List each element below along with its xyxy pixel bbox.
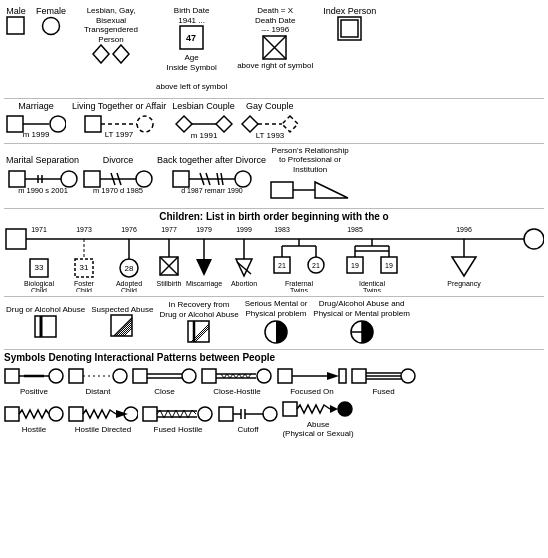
distant-group: Distant (68, 365, 128, 396)
svg-marker-21 (216, 116, 232, 132)
professional-icon: Institution Professional (270, 174, 350, 204)
svg-text:1999: 1999 (236, 226, 252, 233)
svg-text:m 1991: m 1991 (190, 131, 217, 139)
svg-text:28: 28 (125, 264, 134, 273)
fused-hostile-group: Fused Hostile (142, 403, 214, 434)
drug-alcohol-label: Drug or Alcohol Abuse (6, 305, 85, 315)
svg-point-146 (182, 369, 196, 383)
divorce-label: Divorce (103, 155, 134, 165)
index-label: Index Person (323, 6, 376, 16)
symbol-female: Female (36, 6, 66, 36)
svg-text:Pregnancy: Pregnancy (447, 280, 481, 288)
in-recovery-group: In Recovery fromDrug or Alcohol Abuse (159, 300, 238, 343)
svg-marker-3 (113, 45, 129, 63)
row6-interactions: Symbols Denoting Interactional Patterns … (4, 352, 544, 396)
svg-point-174 (263, 407, 277, 421)
death-square-icon (262, 35, 288, 61)
suspected-abuse-group: Suspected Abuse (91, 305, 153, 338)
svg-marker-176 (330, 405, 338, 413)
close-hostile-group: Close-Hostile (201, 365, 273, 396)
legend-container: Male Female Lesbian, Gay, BisexualTransg… (0, 0, 548, 558)
row3-sep-div: Marital Separation m 1990 s 2001 Divorce… (4, 146, 544, 205)
male-label: Male (6, 6, 26, 16)
svg-point-142 (113, 369, 127, 383)
svg-marker-49 (315, 182, 348, 198)
back-together-label: Back together after Divorce (157, 155, 266, 165)
svg-rect-154 (339, 369, 346, 383)
birthdate-sublabel: AgeInside Symbolabove left of symbol (156, 53, 227, 91)
gay-couple-group: Gay Couple LT 1993 (241, 101, 299, 139)
row4-children: Children: List in birth order beginning … (4, 211, 544, 292)
living-together-label: Living Together or Affair (72, 101, 166, 111)
divorce-icon: m 1970 d 1985 (83, 165, 153, 195)
row2-relationships: Marriage m 1999 Living Together or Affai… (4, 101, 544, 139)
close-hostile-label: Close-Hostile (213, 387, 261, 396)
interactions-title: Symbols Denoting Interactional Patterns … (4, 352, 544, 363)
fused-icon (351, 365, 416, 387)
svg-rect-117 (35, 316, 56, 337)
svg-marker-25 (282, 116, 298, 132)
marriage-label: Marriage (18, 101, 54, 111)
svg-text:47: 47 (186, 33, 196, 43)
drug-mental-group: Drug/Alcohol Abuse andPhysical or Mental… (313, 299, 409, 344)
birthdate-square-icon: 47 (179, 25, 205, 51)
svg-marker-2 (93, 45, 109, 63)
svg-text:21: 21 (312, 262, 320, 269)
in-recovery-label: In Recovery fromDrug or Alcohol Abuse (159, 300, 238, 319)
svg-text:1976: 1976 (121, 226, 137, 233)
index-square-icon (337, 16, 363, 42)
svg-point-37 (136, 171, 152, 187)
svg-point-177 (338, 402, 352, 416)
lgbt-diamond1-icon (92, 44, 110, 64)
svg-text:Twins: Twins (290, 287, 308, 292)
svg-text:m 1990 s 2001: m 1990 s 2001 (18, 186, 68, 195)
svg-point-54 (524, 229, 544, 249)
children-icons: 33 1971 Biological Child 31 1973 Foster … (4, 224, 544, 292)
hostile-directed-icon (68, 403, 138, 425)
svg-marker-153 (327, 372, 339, 380)
symbol-male: Male (6, 6, 26, 36)
svg-rect-147 (202, 369, 216, 383)
svg-point-159 (401, 369, 415, 383)
svg-marker-23 (242, 116, 258, 132)
fused-hostile-icon (142, 403, 214, 425)
positive-icon (4, 365, 64, 387)
svg-point-31 (61, 171, 77, 187)
mental-physical-group: Serious Mental orPhysical problem (245, 299, 308, 344)
svg-rect-151 (278, 369, 292, 383)
svg-text:1985: 1985 (347, 226, 363, 233)
lgbt-label: Lesbian, Gay, BisexualTransgendered Pers… (76, 6, 146, 44)
divider3 (4, 208, 544, 209)
svg-marker-114 (452, 257, 476, 276)
symbol-birthdate: Birth Date1941 ... 47 AgeInside Symbolab… (156, 6, 227, 92)
svg-line-129 (193, 326, 209, 342)
svg-point-13 (50, 116, 66, 132)
divorce-group: Divorce m 1970 d 1985 (83, 155, 153, 195)
close-icon (132, 365, 197, 387)
svg-text:Child: Child (121, 287, 137, 292)
svg-text:33: 33 (35, 263, 44, 272)
svg-text:d 1987 remarr 1990: d 1987 remarr 1990 (181, 187, 243, 194)
row5-substance: Drug or Alcohol Abuse Suspected Abuse In… (4, 299, 544, 344)
cutoff-icon (218, 403, 278, 425)
living-together-icon: LT 1997 (84, 111, 154, 139)
hostile-label: Hostile (22, 425, 46, 434)
svg-rect-15 (85, 116, 101, 132)
female-icon (41, 16, 61, 36)
distant-icon (68, 365, 128, 387)
focused-on-icon (277, 365, 347, 387)
positive-group: Positive (4, 365, 64, 396)
birthdate-label: Birth Date1941 ... (174, 6, 210, 25)
svg-text:1973: 1973 (76, 226, 92, 233)
svg-text:m 1970 d 1985: m 1970 d 1985 (93, 186, 143, 195)
lgbt-diamond2-icon (112, 44, 130, 64)
divider2 (4, 143, 544, 144)
svg-rect-135 (5, 369, 19, 383)
svg-text:21: 21 (278, 262, 286, 269)
marital-sep-group: Marital Separation m 1990 s 2001 (6, 155, 79, 195)
professional-label: Person's Relationshipto Professional or … (270, 146, 350, 175)
svg-rect-27 (9, 171, 25, 187)
svg-point-17 (137, 116, 153, 132)
svg-text:1983: 1983 (274, 226, 290, 233)
svg-text:1996: 1996 (456, 226, 472, 233)
